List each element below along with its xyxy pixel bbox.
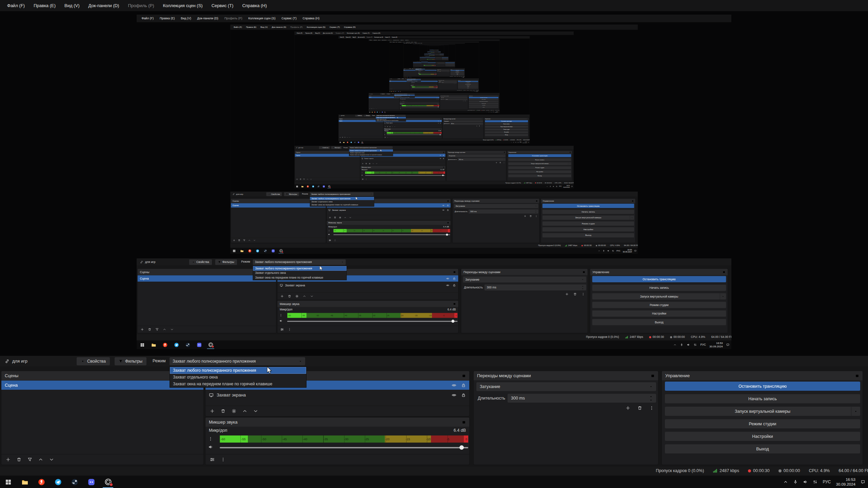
menu-scene-collection[interactable]: Коллекция сцен (S) [346,33,361,34]
filters-button[interactable]: Фильтры [401,79,405,79]
move-scene-down-icon[interactable] [349,137,350,138]
lock-icon[interactable] [453,277,456,280]
virtual-camera-config-button[interactable] [526,126,528,128]
remove-transition-icon[interactable] [449,72,449,72]
mixer-dock-header[interactable]: Микшер звука [399,102,439,104]
source-item[interactable]: Захват экрана [360,157,445,160]
transition-select[interactable]: Затухание [443,120,483,122]
virtual-camera-config-button[interactable] [497,101,498,102]
dock-menu-icon[interactable] [855,374,859,378]
transition-select[interactable]: Затухание [463,277,586,283]
stop-streaming-button[interactable]: Остановить трансляцию [469,97,498,98]
taskbar-clock[interactable]: 16:53 30.09.2024 [495,111,498,113]
exit-button[interactable]: Выход [469,106,498,108]
remove-transition-icon[interactable] [530,215,532,217]
visibility-eye-icon[interactable] [452,393,456,398]
add-source-icon[interactable] [411,84,411,84]
steam-button[interactable] [316,184,321,188]
dock-menu-icon[interactable] [651,374,655,378]
visibility-eye-icon[interactable] [446,277,450,280]
lock-icon[interactable] [440,123,441,124]
studio-mode-button[interactable]: Режим студии [592,302,726,308]
source-item[interactable]: Захват экрана [384,122,442,124]
mixer-dock-header[interactable]: Микшер звука [205,418,469,427]
menu-tools[interactable]: Сервис (T) [400,40,405,40]
move-scene-up-icon[interactable] [38,457,43,462]
add-transition-icon[interactable] [496,162,497,164]
move-source-up-icon[interactable] [405,101,406,102]
menu-file[interactable]: Файл (F) [339,37,345,38]
studio-mode-button[interactable]: Режим студии [469,103,498,104]
volume-icon[interactable] [472,91,473,92]
settings-button[interactable]: Настройки [665,432,860,441]
add-scene-icon[interactable] [233,239,235,242]
action-center-icon[interactable] [498,112,499,113]
dropdown-option[interactable]: Захват окна на переднем плане по горячей… [170,381,306,387]
scene-filters-icon[interactable] [243,239,245,242]
scene-filters-icon[interactable] [405,76,406,76]
lock-icon[interactable] [437,82,437,82]
volume-icon[interactable] [553,186,554,187]
properties-button[interactable]: Свойства [77,357,110,365]
menu-view[interactable]: Вид (V) [60,3,84,8]
obs-studio-button[interactable] [327,184,332,188]
mixer-menu-icon[interactable] [366,179,367,180]
add-source-icon[interactable] [280,294,284,298]
add-scene-icon[interactable] [390,89,390,89]
menu-docks[interactable]: Док-панели (D) [398,42,402,42]
properties-button[interactable]: Свойства [380,93,385,95]
start-virtual-camera-button[interactable]: Запуск виртуальной камеры [458,84,478,85]
visibility-eye-icon[interactable] [436,81,436,81]
start-button[interactable] [369,111,371,113]
menu-docks[interactable]: Док-панели (D) [381,40,387,40]
menu-edit[interactable]: Правка (E) [304,33,314,34]
add-source-icon[interactable] [210,409,215,413]
mixer-menu-icon[interactable] [387,137,388,138]
mixer-channel-menu-icon[interactable] [279,314,283,317]
menu-view[interactable]: Вид (V) [314,33,321,34]
controls-dock-header[interactable]: Управление [662,371,863,380]
yandex-browser-button[interactable] [33,476,50,488]
explorer-button[interactable] [300,184,305,188]
source-item[interactable]: Захват экрана [327,208,451,212]
obs-studio-button[interactable] [277,248,285,254]
spin-arrows[interactable] [481,123,482,125]
dock-menu-icon[interactable] [438,96,439,96]
transitions-dock-header[interactable]: Переходы между сценами [440,95,468,97]
mixer-menu-icon[interactable] [419,76,419,76]
start-recording-button[interactable]: Начать запись [458,82,478,83]
spin-arrows[interactable] [467,99,467,100]
source-item[interactable]: Захват экрана [399,98,439,100]
menu-scene-collection[interactable]: Коллекция сцен (S) [159,3,207,8]
menu-docks[interactable]: Док-панели (D) [321,33,334,34]
volume-slider-track[interactable] [402,107,439,107]
start-virtual-camera-button[interactable]: Запуск виртуальной камеры [542,216,634,220]
menu-edit[interactable]: Правка (E) [373,40,378,40]
dock-menu-icon[interactable] [723,270,725,273]
volume-icon[interactable] [803,480,808,484]
dropdown-option-selected[interactable]: Захват любого полноэкранного приложения [170,367,306,374]
menu-tools[interactable]: Сервис (T) [278,17,299,20]
language-indicator[interactable]: РУС [823,480,831,484]
stop-streaming-button[interactable]: Остановить трансляцию [592,276,726,283]
source-item[interactable]: Захват экрана [205,390,469,400]
telegram-button[interactable] [171,341,182,349]
network-icon[interactable] [556,186,558,187]
remove-scene-icon[interactable] [300,179,301,180]
dock-menu-icon[interactable] [536,200,538,202]
start-button[interactable] [137,341,148,349]
remove-scene-icon[interactable] [17,457,21,462]
transition-menu-icon[interactable] [449,72,450,72]
visibility-eye-icon[interactable] [437,97,437,98]
telegram-button[interactable] [50,476,66,488]
transition-select[interactable]: Затухание [454,204,538,208]
yandex-browser-button[interactable] [246,248,254,254]
speaker-icon[interactable] [400,106,401,107]
advanced-audio-icon[interactable] [280,328,284,331]
menu-edit[interactable]: Правка (E) [392,42,395,42]
transition-menu-icon[interactable] [456,83,457,84]
dock-menu-icon[interactable] [462,420,466,424]
properties-button[interactable]: Свойства [355,115,363,117]
dock-menu-icon[interactable] [443,151,445,153]
studio-mode-button[interactable]: Режим студии [542,221,634,226]
